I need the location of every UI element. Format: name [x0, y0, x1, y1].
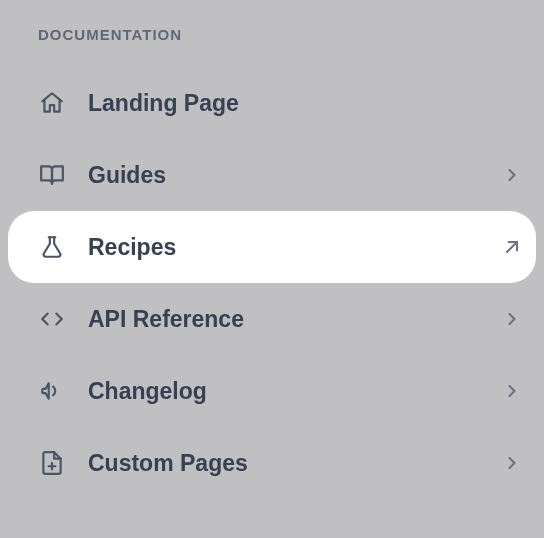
nav-item-recipes[interactable]: Recipes — [8, 211, 536, 283]
megaphone-icon — [38, 377, 66, 405]
nav-item-guides[interactable]: Guides — [0, 139, 544, 211]
code-icon — [38, 305, 66, 333]
book-icon — [38, 161, 66, 189]
home-icon — [38, 89, 66, 117]
nav-item-changelog[interactable]: Changelog — [0, 355, 544, 427]
nav-item-label: Landing Page — [88, 90, 522, 117]
svg-line-0 — [507, 242, 517, 252]
nav-item-api-reference[interactable]: API Reference — [0, 283, 544, 355]
nav-item-custom-pages[interactable]: Custom Pages — [0, 427, 544, 499]
nav-item-label: Recipes — [88, 234, 502, 261]
chevron-right-icon — [502, 453, 522, 473]
chevron-right-icon — [502, 309, 522, 329]
nav-item-landing-page[interactable]: Landing Page — [0, 67, 544, 139]
chevron-right-icon — [502, 165, 522, 185]
nav-item-label: Changelog — [88, 378, 502, 405]
arrow-up-right-icon — [502, 237, 522, 257]
section-label: DOCUMENTATION — [0, 26, 544, 43]
chevron-right-icon — [502, 381, 522, 401]
nav-item-label: Guides — [88, 162, 502, 189]
file-plus-icon — [38, 449, 66, 477]
nav-list: Landing Page Guides Recipes API Referenc… — [0, 67, 544, 499]
nav-item-label: Custom Pages — [88, 450, 502, 477]
nav-item-label: API Reference — [88, 306, 502, 333]
flask-icon — [38, 233, 66, 261]
